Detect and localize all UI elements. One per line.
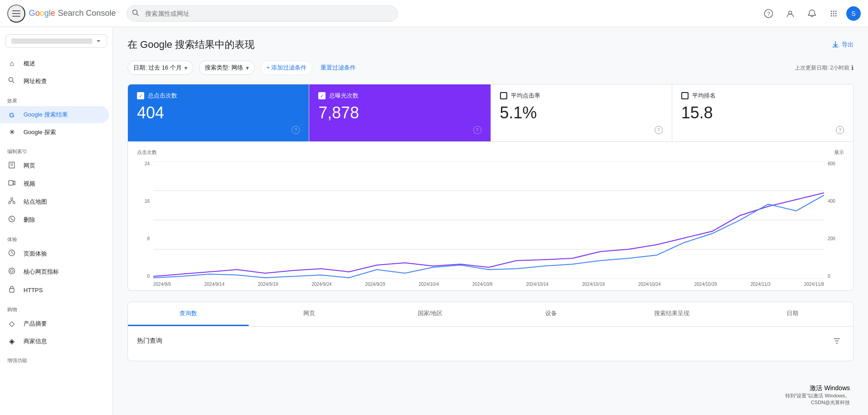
sidebar-item-label: 产品摘要 — [24, 320, 47, 328]
svg-point-9 — [833, 10, 835, 12]
sidebar-item-webpage[interactable]: 网页 — [0, 157, 109, 175]
section-label-experience: 体验 — [0, 229, 113, 245]
svg-point-12 — [833, 13, 835, 14]
bell-icon-button[interactable] — [803, 5, 821, 23]
position-checkbox[interactable] — [681, 92, 689, 99]
sidebar-item-label: 视频 — [24, 180, 35, 188]
y-right-400: 400 — [828, 199, 835, 204]
chart-container: 点击次数 展示 24 16 8 0 — [127, 142, 854, 291]
sidebar-item-sitemap[interactable]: 站点地图 — [0, 193, 109, 211]
sidebar-item-google-search[interactable]: G Google 搜索结果 — [0, 106, 109, 123]
x-label: 2024/9/29 — [365, 282, 386, 287]
sidebar-item-google-explore[interactable]: ✳ Google 探索 — [0, 123, 109, 141]
y-right-600: 600 — [828, 161, 835, 166]
table-filter-button[interactable] — [830, 334, 844, 348]
url-search-icon — [7, 77, 16, 86]
clicks-checkbox[interactable] — [137, 92, 144, 99]
svg-point-14 — [831, 15, 832, 16]
x-label: 2024/9/14 — [204, 282, 225, 287]
impressions-checkbox[interactable] — [318, 92, 326, 99]
x-label: 2024/10/14 — [526, 282, 548, 287]
page-experience-icon — [7, 249, 16, 258]
x-label: 2024/11/3 — [750, 282, 771, 287]
help-icon-button[interactable]: ? — [760, 5, 778, 23]
impressions-info-icon[interactable]: ? — [473, 126, 481, 134]
reset-filter-button[interactable]: 重置过滤条件 — [318, 61, 359, 75]
header: Google Search Console ? — [0, 0, 868, 27]
svg-rect-37 — [9, 289, 14, 292]
sidebar-item-video[interactable]: 视频 — [0, 175, 109, 193]
chart-svg — [153, 161, 824, 279]
clicks-value: 404 — [137, 103, 300, 122]
sidebar-item-core-web[interactable]: 核心网页指标 — [0, 263, 109, 281]
table-area: 热门查询 — [127, 326, 854, 361]
sidebar: ⌂ 概述 网址检查 效果 G Google 搜索结果 ✳ Google 探索 编… — [0, 27, 113, 415]
tab-search-appearance[interactable]: 搜索结果呈现 — [611, 302, 732, 326]
domain-selector[interactable] — [5, 34, 107, 48]
ctr-checkbox[interactable] — [500, 92, 507, 99]
sidebar-item-label: 商家信息 — [24, 337, 47, 345]
metric-card-impressions[interactable]: 总曝光次数 7,878 ? — [309, 84, 491, 141]
tab-countries[interactable]: 国家/地区 — [370, 302, 491, 326]
y-label-0: 0 — [147, 274, 150, 279]
x-label: 2024/9/9 — [153, 282, 171, 287]
chevron-down-icon — [96, 38, 101, 44]
sidebar-item-label: 删除 — [24, 216, 35, 224]
sidebar-item-products[interactable]: ◇ 产品摘要 — [0, 315, 109, 332]
position-info-icon[interactable]: ? — [836, 126, 844, 134]
clicks-info-icon[interactable]: ? — [292, 126, 300, 134]
info-icon[interactable]: ℹ — [851, 64, 854, 71]
logo-product: Search Console — [58, 9, 116, 18]
svg-line-31 — [10, 218, 13, 220]
search-type-filter-chip[interactable]: 搜索类型: 网络 ▾ — [199, 61, 255, 75]
metric-card-ctr[interactable]: 平均点击率 5.1% ? — [491, 84, 672, 141]
x-label: 2024/10/9 — [472, 282, 493, 287]
sidebar-item-https[interactable]: HTTPS — [0, 281, 109, 299]
search-input[interactable] — [127, 5, 398, 22]
tab-pages[interactable]: 网页 — [249, 302, 369, 326]
svg-rect-22 — [9, 181, 13, 185]
filter-icon — [833, 337, 841, 345]
google-icon: G — [7, 111, 16, 119]
export-icon — [832, 41, 839, 48]
metric-card-position[interactable]: 平均排名 15.8 ? — [672, 84, 853, 141]
add-filter-button[interactable]: + 添加过滤条件 — [260, 61, 312, 75]
sidebar-item-remove[interactable]: 删除 — [0, 211, 109, 229]
tab-devices[interactable]: 设备 — [491, 302, 611, 326]
sidebar-item-overview[interactable]: ⌂ 概述 — [0, 55, 109, 72]
search-icon — [132, 9, 139, 18]
metric-card-clicks[interactable]: 总点击次数 404 ? — [128, 84, 309, 141]
ctr-info-icon[interactable]: ? — [655, 126, 663, 134]
svg-rect-25 — [13, 202, 15, 204]
tab-dates[interactable]: 日期 — [732, 302, 853, 326]
sidebar-item-merchant[interactable]: ◈ 商家信息 — [0, 332, 109, 350]
sidebar-item-label: 页面体验 — [24, 250, 47, 258]
export-button[interactable]: 导出 — [832, 41, 854, 49]
sidebar-item-label: Google 搜索结果 — [24, 111, 68, 119]
svg-rect-23 — [11, 198, 13, 200]
menu-icon[interactable] — [7, 5, 25, 23]
section-label-effect: 效果 — [0, 90, 113, 106]
svg-point-10 — [835, 10, 837, 12]
svg-rect-2 — [12, 16, 20, 17]
chart-area: 2024/9/9 2024/9/14 2024/9/19 2024/9/24 2… — [153, 161, 824, 287]
logo-google: Google — [29, 9, 55, 18]
logo: Google Search Console — [29, 9, 116, 18]
sidebar-item-url-inspection[interactable]: 网址检查 — [0, 72, 109, 90]
merchant-icon: ◈ — [7, 337, 16, 345]
chevron-down-icon: ▾ — [246, 65, 249, 71]
grid-icon-button[interactable] — [825, 5, 843, 23]
section-label-shopping: 购物 — [0, 299, 113, 315]
svg-text:?: ? — [767, 10, 770, 17]
svg-point-11 — [831, 13, 832, 14]
avatar[interactable]: S — [846, 6, 861, 21]
sidebar-item-page-experience[interactable]: 页面体验 — [0, 245, 109, 263]
x-label: 2024/9/19 — [258, 282, 278, 287]
svg-point-35 — [9, 268, 15, 274]
tab-queries[interactable]: 查询数 — [128, 302, 249, 326]
impressions-line — [153, 193, 824, 276]
date-filter-chip[interactable]: 日期: 过去 16 个月 ▾ — [127, 61, 193, 75]
sidebar-item-label: 核心网页指标 — [24, 268, 59, 276]
svg-line-18 — [13, 81, 14, 83]
account-circle-icon-button[interactable] — [781, 5, 799, 23]
